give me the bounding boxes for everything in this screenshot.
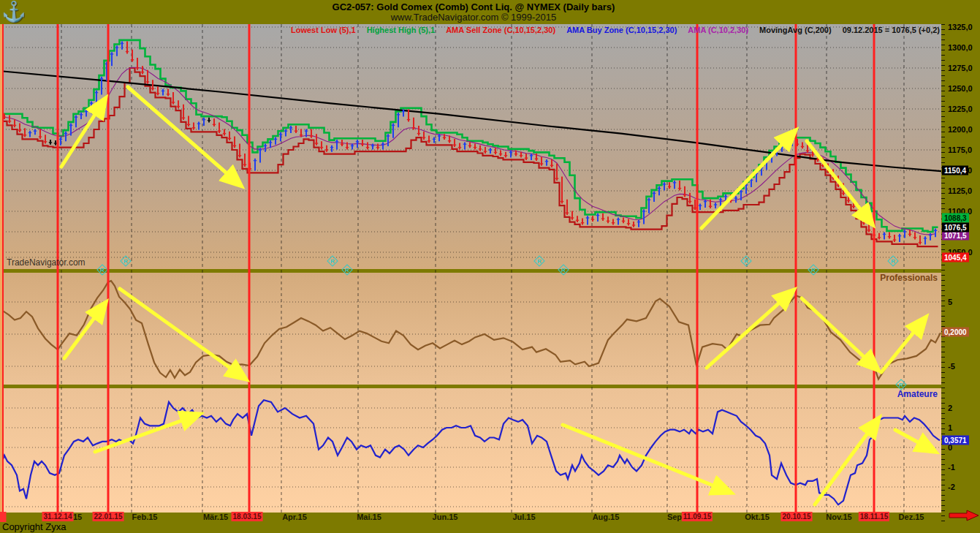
trend-arrow-annotation[interactable] (881, 322, 922, 372)
svg-text:R: R (561, 267, 566, 273)
trend-arrow-annotation[interactable] (64, 307, 102, 358)
highest-high-value: 1088,3 (942, 213, 969, 223)
event-date-label: 18.11.15 (859, 512, 889, 521)
legend-item: Lowest Low (5),1 (291, 26, 356, 34)
movingavg-value: 1150,4 (942, 166, 968, 175)
registered-trademark-icon: R (888, 256, 898, 266)
svg-text:R: R (537, 258, 542, 265)
axis-label: 1300,0 (948, 43, 973, 52)
axis-label: 1200,0 (948, 125, 973, 134)
axis-label: 1325,0 (948, 23, 973, 31)
date-label: Okt.15 (745, 513, 770, 521)
lowest-low-value: 1045,4 (942, 253, 969, 262)
event-date-label: 22.01.15 (93, 512, 124, 521)
registered-trademark-icon: R (97, 265, 107, 275)
date-label: Jul.15 (512, 513, 535, 521)
date-label: Sep (667, 513, 682, 521)
date-label: 15 (73, 513, 82, 521)
axis-label: 1125,0 (948, 186, 972, 195)
copyright-text: Copyright Zyxa (2, 521, 66, 532)
indicator-legend: Lowest Low (5),1Highest High (5),1AMA Se… (3, 26, 940, 34)
date-label: Nov.15 (826, 513, 851, 521)
amateure-value: 0,3571 (942, 436, 969, 445)
date-label: Aug.15 (593, 513, 620, 521)
event-date-label: 20.10.15 (781, 512, 813, 521)
axis-label: -5 (948, 362, 955, 371)
trend-arrow-annotation[interactable] (707, 294, 789, 368)
trend-arrow-annotation[interactable] (95, 416, 194, 452)
registered-trademark-icon: R (342, 265, 352, 275)
legend-item: 09.12.2015 = 1076,5 (+0,2) (843, 26, 940, 34)
registered-trademark-icon: R (896, 379, 906, 390)
legend-item: MovingAvg (C,200) (759, 26, 832, 34)
registered-trademark-icon: R (534, 256, 544, 266)
trend-arrow-annotation[interactable] (802, 298, 874, 366)
svg-text:R: R (124, 258, 128, 265)
trend-arrow-annotation[interactable] (563, 425, 726, 491)
svg-text:R: R (891, 258, 895, 265)
last-price-value: 1076,5 (942, 223, 969, 233)
trend-arrow-annotation[interactable] (120, 289, 241, 376)
watermark: TradeNavigator.com (7, 257, 86, 268)
trend-arrow-annotation[interactable] (895, 430, 930, 449)
professionals-value: 0,2000 (942, 328, 969, 337)
axis-label: -1 (948, 463, 955, 472)
legend-item: Highest High (5),1 (367, 26, 436, 34)
axis-label: -2 (948, 483, 955, 491)
event-date-label: 31.12.14 (42, 512, 74, 521)
registered-trademark-icon: R (327, 256, 338, 266)
trend-arrow-annotation[interactable] (807, 141, 869, 220)
event-date-label: 18.03.15 (232, 512, 263, 521)
svg-text:R: R (345, 267, 349, 273)
svg-text:R: R (100, 267, 105, 273)
event-date-label (0, 512, 7, 522)
scroll-right-button[interactable] (948, 509, 980, 522)
axis-label: 1275,0 (948, 64, 973, 72)
axis-label: 2 (948, 404, 952, 412)
axis-label: 1175,0 (948, 145, 972, 154)
svg-text:R: R (744, 258, 748, 265)
date-label: Apr.15 (282, 513, 307, 521)
event-date-label: 11.09.15 (682, 512, 713, 521)
axis-label: 1225,0 (948, 105, 973, 113)
legend-item: AMA Sell Zone (C,10,15,2,30) (446, 26, 555, 34)
legend-item: AMA (C,10,2,30) (688, 26, 748, 34)
legend-item: AMA Buy Zone (C,10,15,2,30) (566, 26, 677, 34)
chart-canvas[interactable]: RRRRRRRRRR (0, 0, 980, 533)
svg-text:R: R (899, 382, 903, 388)
amateure-label: Amateure (722, 389, 938, 399)
date-label: Mai.15 (357, 513, 381, 521)
date-label: Jun.15 (433, 513, 458, 521)
price-axis-ticks (941, 24, 945, 521)
trade-navigator-window: ⚓ GC2-057: Gold Comex (Comb) Cont Liq. @… (0, 0, 980, 533)
axis-label: 1 (948, 423, 952, 432)
svg-text:R: R (330, 258, 335, 265)
date-axis: 15Feb.15Mär.15Apr.15Mai.15Jun.15Jul.15Au… (0, 512, 980, 523)
registered-trademark-icon: R (558, 265, 569, 275)
date-label: Feb.15 (132, 513, 158, 521)
date-label: Dez.15 (899, 513, 924, 521)
professionals-label: Professionals (722, 273, 938, 283)
axis-label: 1250,0 (948, 84, 973, 93)
axis-label: 5 (948, 298, 952, 306)
date-label: Mär.15 (203, 513, 228, 521)
